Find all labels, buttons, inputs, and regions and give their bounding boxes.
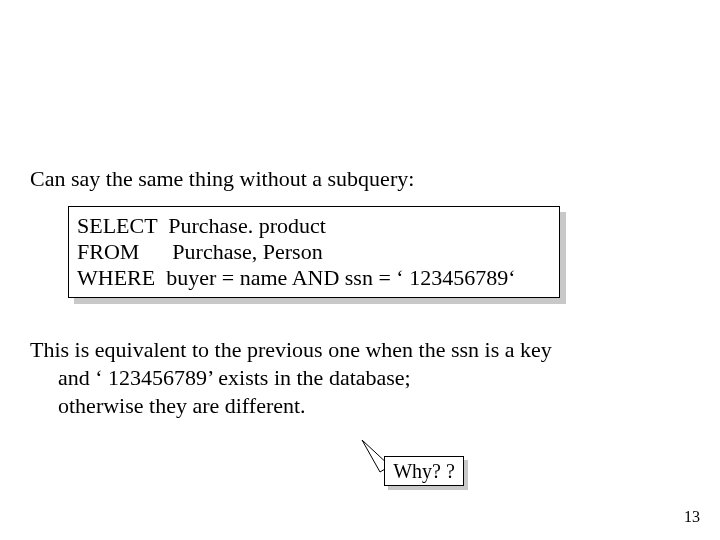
code-line-3: WHERE buyer = name AND ssn = ‘ 123456789…	[77, 265, 551, 291]
callout-label: Why? ?	[393, 460, 455, 483]
explain-line-3: otherwise they are different.	[30, 392, 552, 420]
code-box: SELECT Purchase. product FROM Purchase, …	[68, 206, 560, 298]
code-line-1: SELECT Purchase. product	[77, 213, 551, 239]
callout-bubble: Why? ?	[384, 456, 464, 486]
explain-text: This is equivalent to the previous one w…	[30, 336, 552, 420]
explain-line-2: and ‘ 123456789’ exists in the database;	[30, 364, 552, 392]
intro-text: Can say the same thing without a subquer…	[30, 166, 414, 192]
callout-box: Why? ?	[384, 456, 464, 486]
explain-line-1: This is equivalent to the previous one w…	[30, 337, 552, 362]
page-number: 13	[684, 508, 700, 526]
code-box-frame: SELECT Purchase. product FROM Purchase, …	[68, 206, 560, 298]
code-line-2: FROM Purchase, Person	[77, 239, 551, 265]
